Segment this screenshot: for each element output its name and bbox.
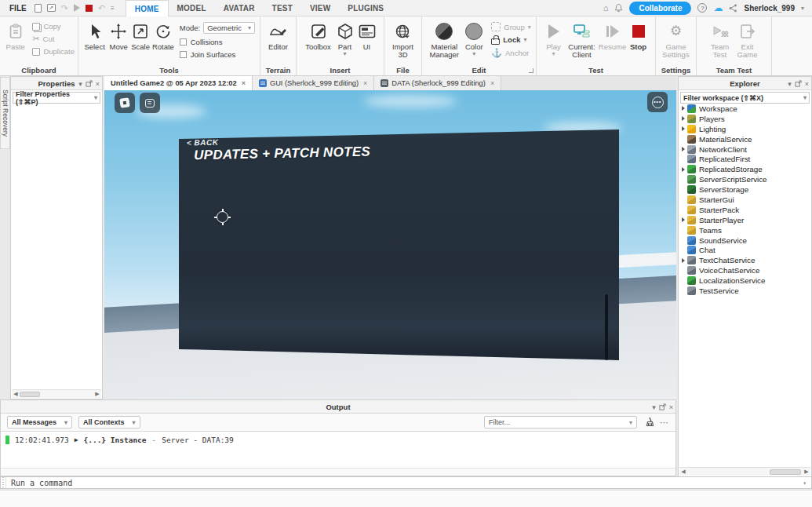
explorer-item-startergui[interactable]: StarterGui <box>679 195 810 205</box>
contexts-filter-select[interactable]: All Contexts▾ <box>78 416 140 429</box>
properties-collapse-icon[interactable]: ▾ <box>78 80 82 88</box>
output-filter-input[interactable]: Filter...▾ <box>484 416 637 429</box>
copy-button[interactable]: Copy <box>32 22 75 31</box>
menu-tab-avatar[interactable]: AVATAR <box>215 0 264 16</box>
lock-caret-icon[interactable]: ▾ <box>523 36 526 43</box>
output-close-icon[interactable]: × <box>669 403 673 411</box>
undo-icon[interactable]: ↶ <box>98 3 105 13</box>
expand-arrow-icon[interactable] <box>682 167 685 172</box>
output-collapse-icon[interactable]: ▾ <box>652 403 656 411</box>
scroll-right-icon[interactable]: ▶ <box>803 469 810 475</box>
collaborate-button[interactable]: Collaborate <box>629 2 691 15</box>
color-caret-icon[interactable]: ▾ <box>472 51 475 58</box>
username-label[interactable]: Sherlock_999 <box>744 4 795 13</box>
material-manager-button[interactable]: Material Manager <box>427 20 461 60</box>
selection-handle[interactable] <box>217 211 228 223</box>
explorer-item-chat[interactable]: Chat <box>679 245 810 255</box>
script-recovery-tab[interactable]: Script Recovery <box>0 77 10 149</box>
output-more-icon[interactable]: ⋯ <box>660 418 669 428</box>
cloud-sync-icon[interactable]: ☁ <box>713 4 723 12</box>
log-entry[interactable]: 12:02:41.973 ▶ {...} Instance - Server -… <box>1 432 675 444</box>
gui-panel-scrollbar[interactable] <box>605 294 608 365</box>
explorer-close-icon[interactable]: × <box>805 80 809 88</box>
lock-button[interactable]: Lock▾ <box>491 35 530 45</box>
clear-output-broom-icon[interactable] <box>643 417 654 428</box>
log-expand-arrow-icon[interactable]: ▶ <box>75 436 78 443</box>
doc-tab-data[interactable]: DATA (Sherlock_999 Editing)× <box>374 76 501 90</box>
properties-popout-icon[interactable] <box>86 80 93 87</box>
part-button[interactable]: Part ▾ <box>333 20 357 58</box>
part-caret-icon[interactable]: ▾ <box>343 51 346 58</box>
expand-arrow-icon[interactable] <box>682 217 685 222</box>
close-tab-icon[interactable]: × <box>490 79 494 87</box>
publish-icon[interactable]: ⌂ <box>603 4 609 12</box>
game-settings-button[interactable]: ⚙ Game Settings <box>659 20 693 60</box>
import-3d-button[interactable]: Import 3D <box>388 20 418 60</box>
help-icon[interactable]: ? <box>697 3 707 13</box>
explorer-hscrollbar[interactable]: ◀ ▶ <box>679 467 810 476</box>
command-history-caret-icon[interactable]: ▾ <box>803 480 811 487</box>
scroll-right-icon[interactable]: ▶ <box>93 391 101 397</box>
menu-tab-test[interactable]: TEST <box>264 0 301 16</box>
customize-toolbar-icon[interactable]: ≡ <box>111 5 115 12</box>
properties-hscrollbar[interactable]: ◀ ▶ <box>12 389 101 398</box>
command-bar-grip[interactable] <box>1 477 6 488</box>
cut-button[interactable]: ✂Cut <box>32 34 75 44</box>
explorer-item-voicechatservice[interactable]: VoiceChatService <box>679 265 810 275</box>
stop-quick-icon[interactable] <box>86 5 93 12</box>
doc-tab-gui[interactable]: GUI (Sherlock_999 Editing)× <box>253 76 374 90</box>
properties-close-icon[interactable]: × <box>96 80 100 88</box>
log-message[interactable]: {...} Instance <box>83 436 146 444</box>
explorer-filter-input[interactable]: Filter workspace (⇧⌘X)▾ <box>680 92 810 104</box>
doc-tab-game[interactable]: Untitled Game2 @ 05 Apr 2023 12:02× <box>104 76 253 90</box>
explorer-item-serverscriptservice[interactable]: ServerScriptService <box>679 174 810 184</box>
more-options-button[interactable]: ••• <box>647 92 668 112</box>
close-tab-icon[interactable]: × <box>363 79 367 87</box>
expand-arrow-icon[interactable] <box>682 258 685 263</box>
ui-button[interactable]: UI <box>357 20 377 51</box>
expand-arrow-icon[interactable] <box>682 116 685 121</box>
scale-tool-button[interactable]: Scale <box>129 20 151 51</box>
explorer-item-soundservice[interactable]: SoundService <box>679 235 810 246</box>
current-client-button[interactable]: Current: Client <box>566 20 599 60</box>
explorer-popout-icon[interactable] <box>795 80 802 87</box>
command-bar[interactable]: Run a command ▾ <box>0 476 812 489</box>
stop-button[interactable]: Stop <box>627 20 650 51</box>
explorer-item-networkclient[interactable]: NetworkClient <box>679 144 810 155</box>
join-surfaces-checkbox-row[interactable]: Join Surfaces <box>180 50 255 59</box>
explorer-item-teams[interactable]: Teams <box>679 225 810 235</box>
viewport-3d[interactable]: < BACK UPDATES + PATCH NOTES ••• <box>104 90 676 400</box>
explorer-item-testservice[interactable]: TestService <box>679 286 810 296</box>
resume-button[interactable]: Resume <box>599 20 627 51</box>
close-tab-icon[interactable]: × <box>242 79 246 87</box>
move-tool-button[interactable]: Move <box>107 20 129 51</box>
command-input[interactable]: Run a command <box>6 479 803 487</box>
rotate-tool-button[interactable]: Rotate <box>151 20 175 51</box>
explorer-item-starterpack[interactable]: StarterPack <box>679 205 810 215</box>
redo-icon[interactable]: ↷ <box>61 3 68 13</box>
toolbox-button[interactable]: Toolbox <box>304 20 333 51</box>
roblox-menu-button[interactable] <box>115 93 135 113</box>
menu-tab-plugins[interactable]: PLUGINS <box>339 0 392 16</box>
explorer-item-replicatedstorage[interactable]: ReplicatedStorage <box>679 164 810 174</box>
mode-select[interactable]: Geometric▾ <box>203 22 255 34</box>
expand-arrow-icon[interactable] <box>682 126 685 131</box>
color-button[interactable]: Color ▾ <box>461 20 486 58</box>
output-log-area[interactable]: 12:02:41.973 ▶ {...} Instance - Server -… <box>1 432 675 476</box>
duplicate-button[interactable]: Duplicate <box>32 47 75 56</box>
explorer-item-materialservice[interactable]: MaterialService <box>679 134 810 144</box>
properties-filter-input[interactable]: Filter Properties (⇧⌘P)▾ <box>13 92 100 104</box>
explorer-collapse-icon[interactable]: ▾ <box>788 80 792 88</box>
anchor-button[interactable]: ⚓Anchor <box>491 48 530 58</box>
explorer-item-textchatservice[interactable]: TextChatService <box>679 255 810 265</box>
new-file-icon[interactable] <box>35 4 42 13</box>
share-icon[interactable] <box>729 4 737 13</box>
explorer-item-localizationservice[interactable]: LocalizationService <box>679 275 810 286</box>
expand-arrow-icon[interactable] <box>682 147 685 151</box>
updates-gui-panel[interactable]: < BACK UPDATES + PATCH NOTES <box>179 129 619 360</box>
terrain-editor-button[interactable]: Editor <box>264 20 293 51</box>
user-menu-caret-icon[interactable]: ▾ <box>801 5 804 12</box>
notifications-bell-icon[interactable] <box>614 3 623 13</box>
play-button[interactable]: Play ▾ <box>542 20 566 58</box>
open-file-icon[interactable]: ↗ <box>47 4 56 12</box>
